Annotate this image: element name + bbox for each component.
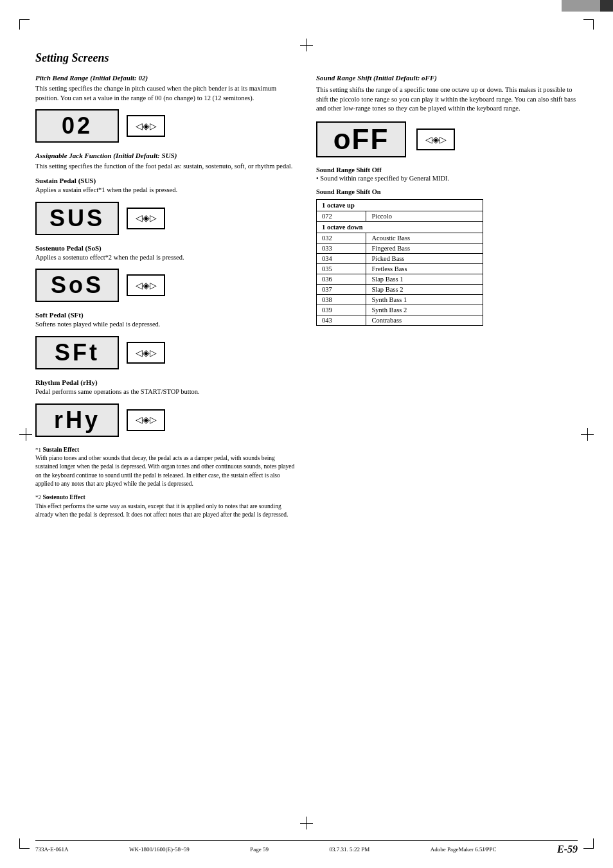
- crosshair-mid-right: [581, 428, 594, 441]
- sus-display-row: SUS ◁◈▷: [35, 202, 297, 235]
- sos-display: SoS: [35, 269, 119, 302]
- right-column: Sound Range Shift (Initial Default: oFF)…: [316, 74, 578, 524]
- table-section-row: 1 octave up: [317, 200, 483, 211]
- sus-heading: Sustain Pedal (SUS): [35, 177, 297, 184]
- sus-arrows[interactable]: ◁◈▷: [127, 208, 165, 229]
- page-title: Setting Screens: [35, 51, 578, 65]
- top-bar-gray: [562, 0, 600, 12]
- footnote-2-label: *2: [35, 494, 41, 500]
- top-bar-dark: [600, 0, 613, 12]
- table-row: 043Contrabass: [317, 315, 483, 326]
- rhy-display-row: rHy ◁◈▷: [35, 403, 297, 437]
- sos-display-row: SoS ◁◈▷: [35, 269, 297, 302]
- table-row: 032Acoustic Bass: [317, 233, 483, 244]
- sound-range-table: 1 octave up072Piccolo1 octave down032Aco…: [316, 199, 483, 326]
- sft-body: Softens notes played while pedal is depr…: [35, 320, 297, 330]
- footer-page: Page 59: [250, 846, 269, 853]
- sus-display: SUS: [35, 202, 119, 235]
- top-bar: [562, 0, 613, 12]
- shift-off-label: Sound Range Shift Off: [316, 166, 578, 173]
- left-column: Pitch Bend Range (Initial Default: 02) T…: [35, 74, 297, 524]
- sus-body: Applies a sustain effect*1 when the peda…: [35, 186, 297, 195]
- page-number: E-59: [557, 844, 578, 855]
- footnote-2-title: Sostenuto Effect: [42, 494, 85, 500]
- sft-heading: Soft Pedal (SFt): [35, 311, 297, 319]
- shift-on-label: Sound Range Shift On: [316, 188, 578, 195]
- corner-mark-tl: [19, 19, 30, 30]
- assignable-heading: Assignable Jack Function (Initial Defaul…: [35, 152, 297, 159]
- footer-center: WK-1800/1600(E)-58~59: [129, 846, 190, 853]
- table-row: 037Slap Bass 2: [317, 285, 483, 295]
- footnote-1-title: Sustain Effect: [42, 447, 79, 453]
- off-arrows[interactable]: ◁◈▷: [416, 128, 455, 150]
- assignable-body: This setting specifies the function of t…: [35, 162, 297, 172]
- footnotes: *1 Sustain Effect With piano tones and o…: [35, 446, 297, 519]
- footnote-1-body: With piano tones and other sounds that d…: [35, 455, 294, 487]
- two-column-layout: Pitch Bend Range (Initial Default: 02) T…: [35, 74, 578, 524]
- footnote-1-label: *1: [35, 447, 41, 453]
- table-row: 034Picked Bass: [317, 254, 483, 264]
- table-row: 035Fretless Bass: [317, 264, 483, 274]
- pitch-bend-display-row: 02 ◁◈▷: [35, 109, 297, 143]
- crosshair-top: [300, 39, 313, 51]
- shift-off-bullet: Sound within range specified by General …: [316, 175, 578, 182]
- table-row: 033Fingered Bass: [317, 244, 483, 254]
- sos-arrows[interactable]: ◁◈▷: [127, 274, 165, 296]
- sft-arrows[interactable]: ◁◈▷: [127, 342, 165, 364]
- pitch-bend-display: 02: [35, 109, 119, 143]
- off-display: oFF: [316, 121, 406, 157]
- corner-mark-br: [583, 838, 594, 849]
- sos-heading: Sostenuto Pedal (SoS): [35, 244, 297, 252]
- crosshair-mid-left: [19, 428, 32, 441]
- table-row: 036Slap Bass 1: [317, 274, 483, 285]
- footer-app: Adobe PageMaker 6.5J/PPC: [431, 846, 497, 853]
- table-section-row: 1 octave down: [317, 222, 483, 233]
- rhy-arrows[interactable]: ◁◈▷: [127, 409, 165, 431]
- sft-display: SFt: [35, 336, 119, 369]
- rhy-body: Pedal performs same operations as the ST…: [35, 387, 297, 397]
- corner-mark-tr: [583, 19, 594, 30]
- pitch-bend-heading: Pitch Bend Range (Initial Default: 02): [35, 74, 297, 82]
- footnote-2: *2 Sostenuto Effect This effect performs…: [35, 493, 297, 519]
- corner-mark-bl: [19, 838, 30, 849]
- pitch-bend-arrows[interactable]: ◁◈▷: [127, 115, 165, 137]
- rhy-heading: Rhythm Pedal (rHy): [35, 378, 297, 386]
- page-footer: 733A-E-061A WK-1800/1600(E)-58~59 Page 5…: [35, 840, 578, 855]
- footnote-1: *1 Sustain Effect With piano tones and o…: [35, 446, 297, 488]
- footnote-2-body: This effect performs the same way as sus…: [35, 503, 288, 518]
- table-row: 038Synth Bass 1: [317, 295, 483, 305]
- rhy-display: rHy: [35, 403, 119, 437]
- pitch-bend-body: This setting specifies the change in pit…: [35, 84, 297, 103]
- sound-range-heading: Sound Range Shift (Initial Default: oFF): [316, 74, 578, 82]
- page-content: Setting Screens Pitch Bend Range (Initia…: [35, 51, 578, 829]
- sos-body: Applies a sostenuto effect*2 when the pe…: [35, 253, 297, 263]
- table-row: 072Piccolo: [317, 211, 483, 222]
- sft-display-row: SFt ◁◈▷: [35, 336, 297, 369]
- footer-left: 733A-E-061A: [35, 846, 69, 853]
- sound-range-body: This setting shifts the range of a speci…: [316, 85, 578, 114]
- footer-date: 03.7.31. 5:22 PM: [330, 846, 370, 853]
- off-display-row: oFF ◁◈▷: [316, 121, 578, 157]
- table-row: 039Synth Bass 2: [317, 305, 483, 315]
